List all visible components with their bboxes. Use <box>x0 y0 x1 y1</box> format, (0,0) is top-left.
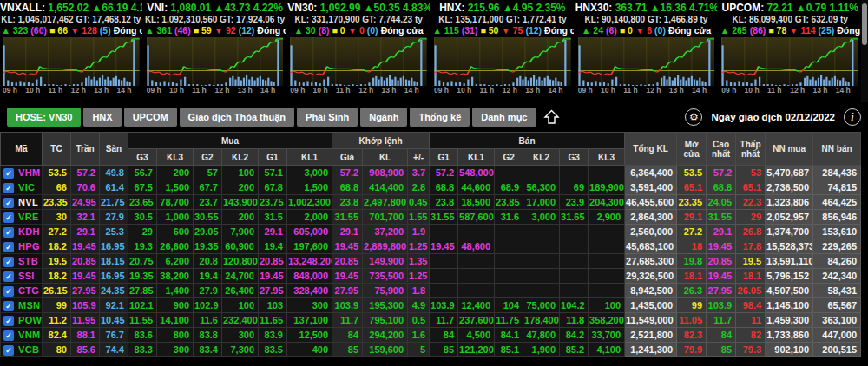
scrollbar-thumb[interactable] <box>862 3 867 45</box>
info-icon[interactable]: i <box>844 108 861 126</box>
cell-sell-kl2[interactable]: 47,800 <box>523 328 560 343</box>
cell-buy-kl2[interactable]: 100 <box>222 166 259 180</box>
cell-sell-kl1[interactable]: 44,600 <box>458 180 495 195</box>
cell-sell-g2[interactable]: 84.1 <box>495 328 523 343</box>
cell-sell-g3[interactable]: 23.9 <box>560 195 589 210</box>
cell-sell-kl1[interactable] <box>458 269 495 284</box>
cell-match-price[interactable]: 19.45 <box>332 239 363 254</box>
cell-sell-g1[interactable]: 68.8 <box>430 180 458 195</box>
cell-buy-g1[interactable]: 29.1 <box>259 225 287 239</box>
ticker-symbol[interactable]: STB <box>18 257 38 267</box>
cell-sell-kl3[interactable] <box>589 284 625 298</box>
row-kdh[interactable]: ✓KDH27.229.125.32960029.057,90029.1605,0… <box>1 225 861 239</box>
cell-buy-kl3[interactable]: 1,000 <box>157 210 194 225</box>
cell-buy-g1[interactable]: 27.95 <box>259 284 287 298</box>
cell-sell-kl3[interactable]: 4,100 <box>589 343 625 357</box>
cell-buy-g1[interactable]: 31.5 <box>259 210 287 225</box>
cell-match-price[interactable]: 19.45 <box>332 269 363 284</box>
tab-upcom[interactable]: UPCOM <box>124 108 177 127</box>
cell-sell-kl1[interactable]: 587,600 <box>458 210 495 225</box>
cell-match-volume[interactable]: 2,869,800 <box>363 239 408 254</box>
cell-sell-kl3[interactable]: 33,700 <box>589 328 625 343</box>
cell-buy-g2[interactable]: 29.05 <box>194 225 222 239</box>
cell-buy-kl1[interactable]: 13,248,200 <box>287 254 332 269</box>
cell-buy-kl1[interactable]: 137,100 <box>287 313 332 328</box>
ticker-symbol[interactable]: VCB <box>18 345 39 356</box>
cell-sell-kl3[interactable] <box>589 269 625 284</box>
cell-buy-g3[interactable]: 19.3 <box>128 239 157 254</box>
cell-buy-kl3[interactable]: 300 <box>157 343 194 357</box>
cell-buy-kl2[interactable]: 7,900 <box>222 225 259 239</box>
ticker-cell[interactable]: ✓MSN <box>1 298 43 313</box>
cell-buy-kl1[interactable]: 300 <box>287 298 332 313</box>
row-ssi[interactable]: ✓SSI18.219.4516.9519.3538,20019.424,7001… <box>1 269 861 284</box>
cell-buy-g3[interactable]: 29 <box>128 225 157 239</box>
cell-match-change[interactable]: 1.25 <box>408 239 430 254</box>
cell-buy-g3[interactable]: 23.65 <box>128 195 157 210</box>
index-panel-vni[interactable]: VNI: 1,080.01 ▲43.73 4.22%KL: 1,092,310,… <box>144 0 286 102</box>
cell-sell-kl3[interactable] <box>589 225 625 239</box>
ticker-cell[interactable]: ✓VIC <box>1 180 43 195</box>
ticker-cell[interactable]: ✓VRE <box>1 210 43 225</box>
cell-buy-g2[interactable]: 19.35 <box>194 239 222 254</box>
cell-sell-kl3[interactable] <box>589 239 625 254</box>
cell-sell-g1[interactable]: 103.9 <box>430 298 458 313</box>
cell-buy-g1[interactable]: 57.1 <box>259 166 287 180</box>
cell-sell-g1[interactable]: 19.45 <box>430 239 458 254</box>
cell-match-price[interactable]: 23.8 <box>332 195 363 210</box>
cell-match-price[interactable]: 27.95 <box>332 284 363 298</box>
ticker-symbol[interactable]: CTG <box>18 286 39 297</box>
cell-buy-g3[interactable]: 83.6 <box>128 328 157 343</box>
cell-buy-kl2[interactable]: 100 <box>222 298 259 313</box>
cell-sell-g2[interactable]: 104 <box>495 298 523 313</box>
cell-sell-g1[interactable] <box>430 254 458 269</box>
cell-sell-kl3[interactable]: 358,200 <box>589 313 625 328</box>
cell-buy-kl1[interactable]: 605,000 <box>287 225 332 239</box>
cell-buy-g1[interactable]: 23.75 <box>259 195 287 210</box>
cell-buy-g2[interactable]: 102.9 <box>194 298 222 313</box>
cell-sell-g3[interactable] <box>560 269 589 284</box>
row-vic[interactable]: ✓VIC6670.661.467.51,50067.720067.81,5006… <box>1 180 861 195</box>
tab-th-ng-k-[interactable]: Thống kê <box>410 108 470 127</box>
cell-match-change[interactable]: 3.7 <box>408 166 430 180</box>
cell-sell-kl1[interactable]: 4,500 <box>458 328 495 343</box>
cell-match-volume[interactable]: 195,300 <box>363 298 408 313</box>
cell-buy-kl3[interactable]: 1,400 <box>157 284 194 298</box>
cell-match-volume[interactable]: 294,200 <box>363 328 408 343</box>
cell-buy-g1[interactable]: 11.65 <box>259 313 287 328</box>
ticker-symbol[interactable]: MSN <box>18 301 40 311</box>
cell-match-change[interactable]: 1.35 <box>408 254 430 269</box>
cell-sell-kl2[interactable]: 1,900 <box>523 343 560 357</box>
cell-sell-g1[interactable] <box>430 225 458 239</box>
cell-sell-g3[interactable] <box>560 166 589 180</box>
cell-buy-kl3[interactable]: 6,200 <box>157 254 194 269</box>
cell-buy-kl3[interactable]: 200 <box>157 166 194 180</box>
ticker-cell[interactable]: ✓CTG <box>1 284 43 298</box>
ticker-cell[interactable]: ✓VHM <box>1 166 43 180</box>
tab-hose-vn30[interactable]: HOSE: VN30 <box>7 108 81 127</box>
cell-sell-kl1[interactable]: 548,000 <box>458 166 495 180</box>
cell-buy-g1[interactable]: 103 <box>259 298 287 313</box>
cell-buy-g3[interactable]: 20.75 <box>128 254 157 269</box>
cell-sell-kl2[interactable]: 178,400 <box>523 313 560 328</box>
row-checkbox[interactable]: ✓ <box>3 286 14 297</box>
cell-sell-g3[interactable] <box>560 239 589 254</box>
index-panel-hnx30[interactable]: HNX30: 363.71 ▲16.36 4.71%KL: 90,140,800… <box>575 0 718 102</box>
cell-buy-g3[interactable]: 30.5 <box>128 210 157 225</box>
cell-buy-kl1[interactable]: 12,500 <box>287 328 332 343</box>
cell-sell-g3[interactable]: 85.2 <box>560 343 589 357</box>
cell-match-price[interactable]: 29.1 <box>332 225 363 239</box>
row-checkbox[interactable]: ✓ <box>3 345 14 356</box>
cell-buy-kl1[interactable]: 1,500 <box>287 180 332 195</box>
cell-sell-kl1[interactable]: 121,200 <box>458 343 495 357</box>
row-checkbox[interactable]: ✓ <box>3 330 14 341</box>
ticker-cell[interactable]: ✓SSI <box>1 269 43 284</box>
index-panel-upcom[interactable]: UPCOM: 72.21 ▲0.79 1.11%KL: 86,099,400 G… <box>719 0 861 102</box>
cell-sell-kl2[interactable]: 56,300 <box>523 180 560 195</box>
cell-sell-g2[interactable]: 68.9 <box>495 180 523 195</box>
cell-match-price[interactable]: 11.7 <box>332 313 363 328</box>
cell-buy-g3[interactable]: 19.35 <box>128 269 157 284</box>
tab-ng-nh[interactable]: Ngành <box>360 108 407 127</box>
cell-sell-g2[interactable]: 23.85 <box>495 195 523 210</box>
cell-sell-kl2[interactable] <box>523 166 560 180</box>
